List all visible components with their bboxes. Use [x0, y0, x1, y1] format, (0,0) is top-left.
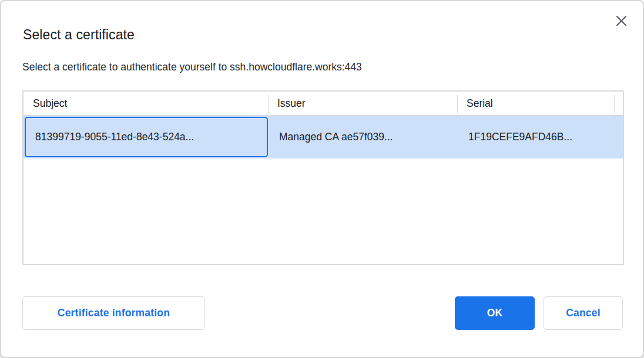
- column-header-subject: Subject: [24, 92, 268, 115]
- cancel-button[interactable]: Cancel: [544, 296, 623, 330]
- certificate-select-dialog: Select a certificate Select a certificat…: [0, 0, 644, 358]
- column-header-gutter: [614, 92, 623, 115]
- cell-subject[interactable]: 81399719-9055-11ed-8e43-524a...: [25, 117, 268, 157]
- column-header-serial: Serial: [457, 92, 614, 115]
- close-button[interactable]: [612, 12, 630, 29]
- table-header-row: Subject Issuer Serial: [24, 92, 623, 116]
- dialog-title: Select a certificate: [23, 27, 135, 43]
- cell-issuer[interactable]: Managed CA ae57f039...: [268, 116, 457, 158]
- dialog-subtitle: Select a certificate to authenticate you…: [22, 61, 362, 73]
- close-icon: [615, 15, 628, 27]
- certificate-information-button[interactable]: Certificate information: [22, 296, 205, 330]
- ok-button[interactable]: OK: [455, 296, 535, 330]
- certificate-row-selected[interactable]: 81399719-9055-11ed-8e43-524a... Managed …: [24, 116, 623, 158]
- screenshot-canvas: Select a certificate Select a certificat…: [0, 0, 644, 358]
- certificate-table: Subject Issuer Serial 81399719-9055-11ed…: [22, 90, 624, 265]
- column-header-issuer: Issuer: [268, 92, 457, 115]
- cell-serial[interactable]: 1F19CEFE9AFD46B...: [457, 116, 623, 158]
